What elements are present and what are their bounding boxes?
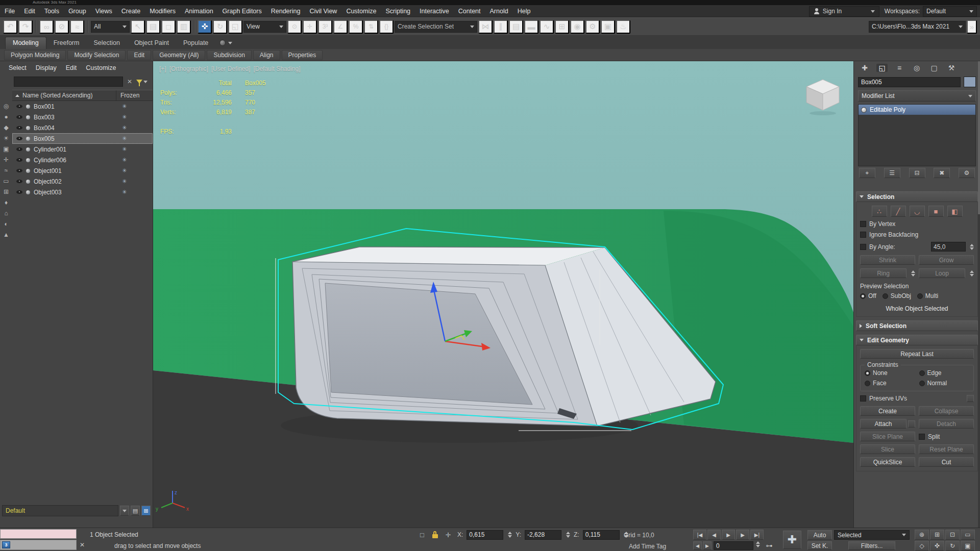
isolate-selection-toggle-icon[interactable]: □ — [416, 530, 428, 540]
unlink-selection-icon[interactable]: ⊘ — [55, 20, 69, 34]
visibility-eye-icon[interactable] — [16, 179, 23, 184]
toggle-ribbon-icon[interactable]: ▬ — [524, 20, 538, 34]
remove-modifier-icon[interactable]: ✖ — [934, 168, 950, 178]
repeat-last-button[interactable]: Repeat Last — [860, 349, 974, 359]
scene-explorer-row[interactable]: Cylinder006 ✳ — [12, 155, 153, 165]
quickslice-button[interactable]: QuickSlice — [860, 457, 915, 467]
collapse-button[interactable]: Collapse — [919, 406, 974, 416]
object-name-field[interactable] — [858, 77, 961, 87]
frozen-icon[interactable]: ✳ — [116, 178, 153, 185]
ribbon-panel-tab[interactable]: Edit — [127, 50, 151, 60]
explorer-display-cameras-icon[interactable]: ▣ — [3, 146, 9, 152]
toolbar-overflow-button[interactable]: » — [967, 20, 977, 34]
visibility-eye-icon[interactable] — [16, 125, 23, 131]
key-filters-button[interactable]: Filters... — [848, 541, 895, 550]
ribbon-config-button[interactable] — [219, 40, 232, 49]
show-end-result-icon[interactable]: ☰ — [884, 168, 900, 178]
scene-explorer-menu[interactable]: Customize — [81, 64, 120, 71]
select-by-name-icon[interactable]: ▤ — [146, 20, 160, 34]
explorer-display-containers-icon[interactable]: ⌂ — [4, 210, 8, 216]
scene-explorer-row[interactable]: Cylinder001 ✳ — [12, 144, 153, 155]
y-spinner[interactable] — [566, 532, 570, 538]
menubar-item[interactable]: Views — [91, 5, 117, 17]
play-button[interactable]: ▶ — [722, 530, 735, 540]
selection-filter-dropdown[interactable]: All — [91, 21, 130, 33]
ribbon-panel-tab[interactable]: Properties — [282, 50, 323, 60]
add-time-tag[interactable]: Add Time Tag — [629, 543, 666, 550]
orbit-icon[interactable]: ↻ — [945, 541, 960, 551]
scene-explorer-toggle-icon[interactable]: ⊞ — [141, 506, 151, 516]
frozen-icon[interactable]: ✳ — [116, 114, 153, 120]
constraint-option[interactable]: Edge — [919, 369, 970, 377]
command-panel-scrollbar[interactable] — [978, 61, 980, 528]
zoom-icon[interactable]: ⊕ — [915, 530, 929, 540]
clear-search-icon[interactable]: ✕ — [126, 78, 133, 85]
viewport-label-segment[interactable]: [+] — [159, 65, 166, 72]
key-mode-toggle-icon[interactable]: ⊶ — [764, 541, 775, 550]
scene-explorer-row[interactable]: Box005 ✳ — [12, 133, 153, 144]
rendered-frame-window-icon[interactable]: ▣ — [601, 20, 615, 34]
pin-stack-icon[interactable]: ⌖ — [859, 168, 875, 178]
edit-geometry-rollout-header[interactable]: Edit Geometry — [856, 335, 978, 345]
schematic-view-icon[interactable]: ⊞ — [555, 20, 569, 34]
visibility-eye-icon[interactable] — [16, 104, 23, 109]
layer-explorer-icon[interactable]: ▤ — [131, 506, 140, 516]
explorer-display-spacewarps-icon[interactable]: ≈ — [5, 167, 8, 173]
sign-in-button[interactable]: Sign In — [809, 6, 879, 17]
explorer-display-xrefs-icon[interactable]: ⊞ — [4, 189, 9, 195]
render-setup-icon[interactable]: ⚙ — [585, 20, 600, 34]
modify-tab-icon[interactable]: ◱ — [876, 64, 888, 72]
menubar-item[interactable]: File — [0, 5, 19, 17]
grow-button[interactable]: Grow — [919, 255, 974, 265]
menubar-item[interactable]: Tools — [40, 5, 64, 17]
constraint-option[interactable]: None — [865, 369, 915, 377]
toggle-scene-explorer-icon[interactable]: ▤ — [509, 20, 523, 34]
modifier-list-dropdown[interactable]: Modifier List — [858, 90, 976, 102]
frozen-icon[interactable]: ✳ — [116, 146, 153, 153]
menubar-item[interactable]: Interactive — [415, 5, 454, 17]
material-editor-icon[interactable]: ◉ — [570, 20, 584, 34]
snap-toggle-3d-icon[interactable]: 3³ — [318, 20, 332, 34]
detach-button[interactable]: Detach — [919, 419, 974, 429]
workspace-select[interactable]: Default — [923, 6, 977, 17]
by-vertex-option[interactable]: By Vertex — [860, 220, 974, 228]
scene-explorer-row[interactable]: Box001 ✳ — [12, 101, 153, 112]
maximize-viewport-toggle-icon[interactable]: ▣ — [961, 541, 975, 551]
auto-key-button[interactable]: Auto — [807, 530, 832, 540]
ribbon-panel-tab[interactable]: Polygon Modeling — [4, 50, 66, 60]
explorer-display-shapes-icon[interactable]: ◆ — [4, 124, 8, 131]
ribbon-tab[interactable]: Freeform — [46, 37, 87, 49]
cut-button[interactable]: Cut — [919, 457, 974, 467]
menubar-item[interactable]: Content — [454, 5, 485, 17]
maxscript-mini-listener-pink[interactable] — [0, 529, 77, 539]
visibility-eye-icon[interactable] — [16, 146, 23, 152]
reference-coordinate-dropdown[interactable]: View — [243, 21, 286, 33]
set-key-button[interactable]: Set K. — [807, 541, 832, 550]
split-option[interactable]: Split — [919, 432, 974, 441]
menubar-item[interactable]: Scripting — [381, 5, 415, 17]
bind-to-space-warp-icon[interactable]: ≈ — [70, 20, 84, 34]
go-to-end-button[interactable]: ▶| — [750, 530, 764, 540]
slice-button[interactable]: Slice — [860, 444, 915, 454]
menubar-item[interactable]: Edit — [19, 5, 40, 17]
layer-dropdown-button[interactable] — [120, 506, 129, 516]
scrollbar-thumb[interactable] — [978, 61, 980, 214]
scene-explorer-row[interactable]: Object003 ✳ — [12, 187, 153, 197]
ribbon-tab[interactable]: Populate — [176, 37, 215, 49]
active-layer-field[interactable]: Default — [2, 505, 118, 516]
visibility-eye-icon[interactable] — [16, 114, 23, 120]
zoom-region-icon[interactable]: ▭ — [961, 530, 975, 540]
border-subobject-icon[interactable]: ◡ — [910, 206, 925, 217]
scene-explorer-row[interactable]: Object001 ✳ — [12, 165, 153, 176]
explorer-display-helpers-icon[interactable]: ✛ — [4, 157, 9, 163]
object-color-swatch[interactable] — [964, 77, 976, 87]
menubar-item[interactable]: Create — [117, 5, 145, 17]
reset-plane-button[interactable]: Reset Plane — [919, 444, 974, 454]
menubar-item[interactable]: Help — [513, 5, 535, 17]
motion-tab-icon[interactable]: ◎ — [911, 64, 922, 72]
named-selection-set-dropdown[interactable]: Create Selection Set — [395, 21, 477, 33]
scene-explorer-menu[interactable]: Edit — [61, 64, 82, 71]
explorer-display-geometry-icon[interactable]: ● — [4, 114, 8, 120]
scene-explorer-row[interactable]: Box003 ✳ — [12, 112, 153, 122]
align-icon[interactable]: ∥ — [494, 20, 508, 34]
